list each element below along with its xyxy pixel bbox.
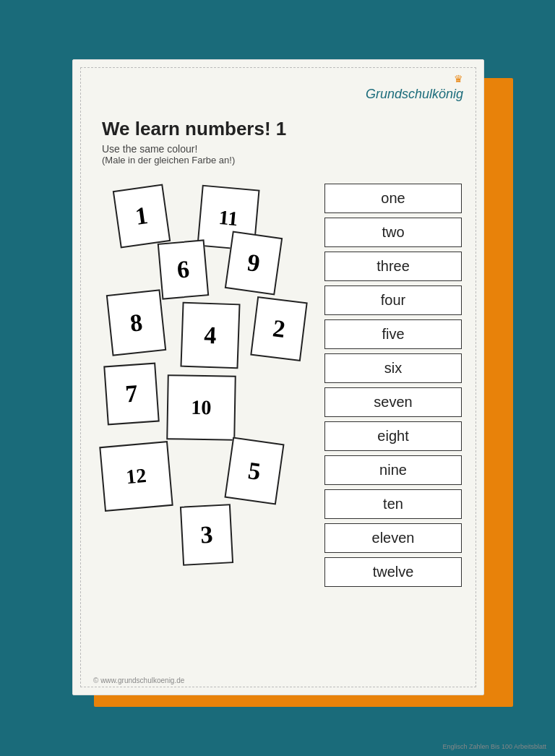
- logo-area: ♛ Grundschulkönig: [366, 73, 463, 102]
- word-box: four: [324, 285, 462, 315]
- word-box: twelve: [324, 557, 462, 587]
- word-box: one: [324, 184, 462, 213]
- number-card: 8: [106, 289, 166, 356]
- number-card: 9: [225, 231, 283, 296]
- content-area: 111698427101253 onetwothreefourfivesixse…: [95, 180, 462, 650]
- worksheet-title: We learn numbers! 1: [102, 118, 462, 140]
- number-card: 7: [103, 363, 160, 426]
- subtitle-de: (Male in der gleichen Farbe an!): [102, 155, 462, 166]
- number-card: 1: [113, 184, 171, 249]
- crown-icon: ♛: [454, 73, 463, 85]
- word-box: three: [324, 252, 462, 281]
- word-box: two: [324, 218, 462, 247]
- word-box: seven: [324, 387, 462, 417]
- logo-text: Grundschulkönig: [366, 87, 463, 102]
- footer-copyright: © www.grundschulkoenig.de: [93, 676, 184, 684]
- number-card: 2: [250, 296, 307, 361]
- numbers-area: 111698427101253: [95, 180, 310, 650]
- word-box: nine: [324, 455, 462, 485]
- subtitle: Use the same colour!: [102, 143, 462, 155]
- words-area: onetwothreefourfivesixseveneightninetene…: [324, 184, 462, 650]
- number-card: 3: [180, 504, 233, 566]
- word-box: eight: [324, 421, 462, 451]
- number-card: 5: [224, 437, 284, 504]
- word-box: five: [324, 319, 462, 349]
- word-box: six: [324, 353, 462, 383]
- number-card: 6: [158, 239, 210, 299]
- number-card: 12: [99, 441, 173, 512]
- word-box: eleven: [324, 523, 462, 553]
- word-box: ten: [324, 489, 462, 519]
- number-card: 10: [166, 374, 236, 441]
- bottom-right-label: Englisch Zahlen Bis 100 Arbeitsblatt: [442, 743, 546, 750]
- header-section: We learn numbers! 1 Use the same colour!…: [102, 118, 462, 166]
- worksheet: ♛ Grundschulkönig We learn numbers! 1 Us…: [72, 59, 484, 695]
- number-card: 4: [180, 302, 240, 369]
